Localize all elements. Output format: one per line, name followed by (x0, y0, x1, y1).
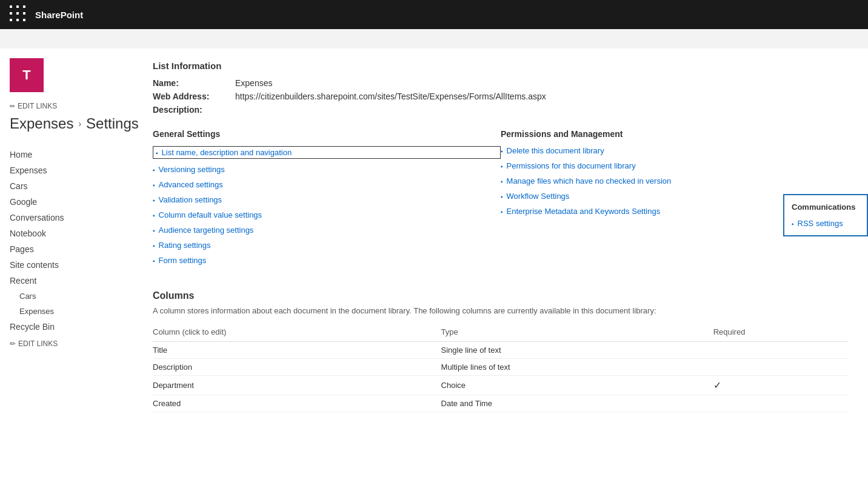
column-type: Date and Time (441, 395, 713, 412)
link-advanced-settings[interactable]: ▪ Advanced settings (153, 180, 501, 189)
columns-title: Columns (153, 290, 849, 301)
sub-header (0, 29, 868, 48)
bullet-icon: ▪ (153, 197, 155, 204)
pencil-icon-bottom: ✏ (10, 339, 16, 348)
description-label: Description: (153, 105, 225, 115)
col-header-required: Required (713, 325, 849, 342)
sidebar-item-notebook[interactable]: Notebook (0, 226, 133, 241)
bullet-icon: ▪ (792, 221, 794, 227)
site-logo: T (10, 58, 44, 92)
columns-header-row: Column (click to edit) Type Required (153, 325, 849, 342)
bullet-icon: ▪ (153, 182, 155, 189)
table-row: Description Multiple lines of text (153, 359, 849, 376)
main-content: List Information Name: Expenses Web Addr… (133, 48, 868, 488)
table-row: Title Single line of text (153, 342, 849, 359)
sidebar-item-google[interactable]: Google (0, 194, 133, 210)
col-header-type: Type (441, 325, 713, 342)
info-row-web-address: Web Address: https://citizenbuilders.sha… (153, 92, 849, 101)
web-address-value: https://citizenbuilders.sharepoint.com/s… (235, 92, 546, 101)
column-name[interactable]: Created (153, 395, 441, 412)
pencil-icon: ✏ (10, 102, 15, 110)
bullet-icon: ▪ (501, 193, 503, 200)
link-manage-files[interactable]: ▪ Manage files which have no checked in … (501, 176, 849, 186)
sidebar-sub-item-expenses[interactable]: Expenses (0, 304, 133, 319)
sidebar-sub-item-cars[interactable]: Cars (0, 289, 133, 304)
bullet-icon: ▪ (153, 258, 155, 264)
sidebar-item-pages[interactable]: Pages (0, 241, 133, 257)
sidebar-item-recycle-bin[interactable]: Recycle Bin (0, 319, 133, 335)
column-type: Multiple lines of text (441, 359, 713, 376)
link-form-settings[interactable]: ▪ Form settings (153, 256, 501, 265)
link-list-name-description[interactable]: ▪ List name, description and navigation (153, 146, 501, 159)
link-audience-targeting[interactable]: ▪ Audience targeting settings (153, 226, 501, 235)
bullet-icon: ▪ (153, 167, 155, 173)
main-layout: T ✏ EDIT LINKS Expenses › Settings Home … (0, 48, 868, 488)
link-rss-settings[interactable]: ▪ RSS settings (792, 219, 860, 228)
list-info-title: List Information (153, 61, 849, 71)
web-address-label: Web Address: (153, 92, 225, 101)
bullet-icon: ▪ (153, 212, 155, 219)
column-type: Choice (441, 376, 713, 395)
sidebar-item-conversations[interactable]: Conversations (0, 210, 133, 226)
communications-panel: Communications ▪ RSS settings (783, 194, 868, 236)
sidebar: T ✏ EDIT LINKS Expenses › Settings Home … (0, 48, 133, 488)
bullet-icon: ▪ (153, 242, 155, 249)
list-info-table: Name: Expenses Web Address: https://citi… (153, 78, 849, 115)
bullet-icon: ▪ (501, 148, 503, 155)
link-versioning-settings[interactable]: ▪ Versioning settings (153, 165, 501, 174)
general-settings-title: General Settings (153, 129, 501, 139)
edit-links-bottom[interactable]: ✏ EDIT LINKS (0, 335, 133, 353)
permissions-title: Permissions and Management (501, 129, 849, 139)
bullet-icon: ▪ (501, 163, 503, 170)
column-name[interactable]: Department (153, 376, 441, 395)
link-rating-settings[interactable]: ▪ Rating settings (153, 241, 501, 250)
app-title: SharePoint (35, 10, 83, 20)
edit-links-top[interactable]: ✏ EDIT LINKS (10, 102, 124, 110)
general-settings-col: General Settings ▪ List name, descriptio… (153, 129, 501, 271)
table-row: Created Date and Time (153, 395, 849, 412)
columns-table: Column (click to edit) Type Required Tit… (153, 325, 849, 412)
column-name[interactable]: Title (153, 342, 441, 359)
column-required: ✓ (713, 376, 849, 395)
table-row: Department Choice ✓ (153, 376, 849, 395)
sidebar-item-home[interactable]: Home (0, 147, 133, 162)
sidebar-item-cars[interactable]: Cars (0, 178, 133, 194)
breadcrumb: Expenses › Settings (10, 115, 124, 132)
link-delete-library[interactable]: ▪ Delete this document library (501, 146, 849, 155)
column-required (713, 342, 849, 359)
bullet-icon: ▪ (501, 209, 503, 215)
sidebar-item-expenses[interactable]: Expenses (0, 162, 133, 178)
info-row-description: Description: (153, 105, 849, 115)
bullet-icon: ▪ (153, 227, 155, 234)
columns-section: Columns A column stores information abou… (153, 290, 849, 412)
communications-title: Communications (792, 202, 860, 212)
breadcrumb-page: Settings (86, 115, 139, 132)
link-validation-settings[interactable]: ▪ Validation settings (153, 195, 501, 204)
bullet-icon: ▪ (156, 150, 158, 156)
settings-grid: General Settings ▪ List name, descriptio… (153, 129, 849, 271)
link-column-default-value[interactable]: ▪ Column default value settings (153, 210, 501, 219)
column-name[interactable]: Description (153, 359, 441, 376)
column-required (713, 359, 849, 376)
column-required (713, 395, 849, 412)
name-label: Name: (153, 78, 225, 88)
info-row-name: Name: Expenses (153, 78, 849, 88)
columns-description: A column stores information about each d… (153, 306, 849, 315)
name-value: Expenses (235, 78, 272, 88)
apps-grid-icon[interactable] (10, 5, 28, 24)
bullet-icon: ▪ (501, 178, 503, 185)
sidebar-item-recent[interactable]: Recent (0, 273, 133, 289)
link-permissions-library[interactable]: ▪ Permissions for this document library (501, 161, 849, 170)
col-header-name: Column (click to edit) (153, 325, 441, 342)
breadcrumb-arrow: › (78, 119, 81, 129)
sidebar-item-site-contents[interactable]: Site contents (0, 257, 133, 273)
breadcrumb-site: Expenses (10, 115, 73, 132)
column-type: Single line of text (441, 342, 713, 359)
top-bar: SharePoint (0, 0, 868, 29)
